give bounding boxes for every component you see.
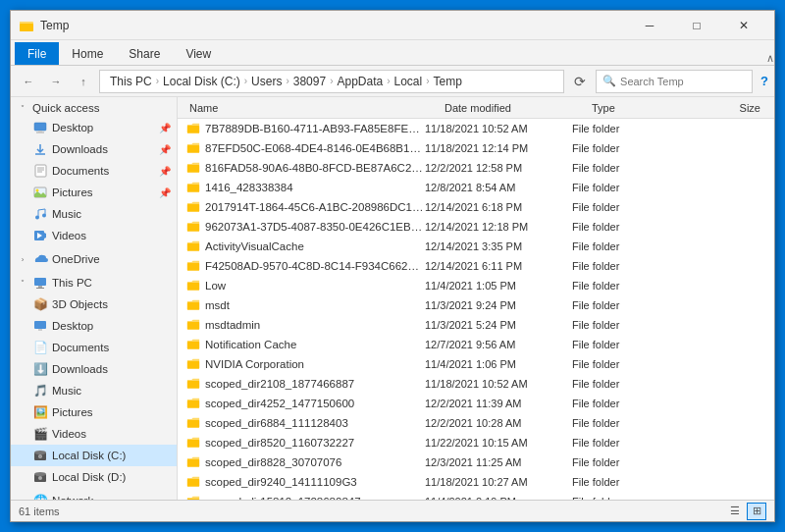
col-date-header[interactable]: Date modified: [441, 100, 588, 116]
table-row[interactable]: ActivityVisualCache 12/14/2021 3:35 PM F…: [178, 237, 774, 256]
sidebar-downloads-pc[interactable]: ⬇️ Downloads: [11, 358, 177, 380]
refresh-button[interactable]: ⟳: [568, 70, 592, 93]
main-area: ˅ Quick access Desktop 📌 Downloads 📌: [11, 97, 774, 500]
table-row[interactable]: 816FAD58-90A6-48B0-8FCD-BE87A6C276... 12…: [178, 158, 774, 178]
table-row[interactable]: scoped_dir4252_1477150600 12/2/2021 11:3…: [178, 394, 774, 413]
file-date-cell: 12/14/2021 6:11 PM: [425, 260, 572, 272]
sidebar-documents-pc[interactable]: 📄 Documents: [11, 337, 177, 358]
table-row[interactable]: scoped_dir8520_1160732227 11/22/2021 10:…: [178, 433, 774, 452]
large-icons-button[interactable]: ⊞: [747, 503, 766, 520]
sidebar-network-header[interactable]: › 🌐 Network: [11, 490, 177, 500]
file-type-cell: File folder: [572, 201, 670, 213]
address-bar: ← → ↑ This PC › Local Disk (C:) › Users …: [11, 66, 774, 97]
search-box[interactable]: 🔍: [596, 70, 753, 93]
table-row[interactable]: msdtadmin 11/3/2021 5:24 PM File folder: [178, 315, 774, 335]
svg-rect-41: [187, 380, 199, 388]
sidebar-item-label: Local Disk (D:): [52, 471, 126, 483]
svg-rect-19: [34, 321, 46, 329]
table-row[interactable]: NVIDIA Corporation 11/4/2021 1:06 PM Fil…: [178, 354, 774, 374]
sidebar-desktop-pc[interactable]: Desktop: [11, 315, 177, 337]
table-row[interactable]: 2017914T-1864-45C6-A1BC-208986DC1837 12/…: [178, 197, 774, 217]
tab-file[interactable]: File: [15, 42, 59, 65]
table-row[interactable]: 962073A1-37D5-4087-8350-0E426C1EB88F 12/…: [178, 217, 774, 237]
file-name-cell: 87EFD50C-E068-4DE4-8146-0E4B68B1098D: [185, 140, 425, 156]
path-temp[interactable]: Temp: [432, 75, 464, 88]
file-date-cell: 12/3/2021 11:25 AM: [425, 456, 572, 468]
close-button[interactable]: ✕: [721, 11, 766, 40]
sidebar-item-label: Desktop: [52, 320, 93, 332]
path-appdata[interactable]: AppData: [335, 75, 385, 88]
file-name-cell: scoped_dir9240_14111109G3: [185, 474, 425, 490]
sidebar-local-c[interactable]: Local Disk (C:): [11, 445, 177, 466]
sidebar-item-documents-qa[interactable]: Documents 📌: [11, 160, 177, 182]
file-date-cell: 11/18/2021 10:27 AM: [425, 476, 572, 488]
svg-rect-42: [187, 399, 199, 407]
table-row[interactable]: Low 11/4/2021 1:05 PM File folder: [178, 276, 774, 295]
minimize-button[interactable]: ─: [627, 11, 672, 40]
table-row[interactable]: 1416_428338384 12/8/2021 8:54 AM File fo…: [178, 178, 774, 197]
sidebar-local-d[interactable]: Local Disk (D:): [11, 466, 177, 488]
address-path[interactable]: This PC › Local Disk (C:) › Users › 3809…: [99, 70, 564, 93]
back-button[interactable]: ←: [17, 70, 40, 93]
file-name-cell: 962073A1-37D5-4087-8350-0E426C1EB88F: [185, 219, 425, 235]
table-row[interactable]: Notification Cache 12/7/2021 9:56 AM Fil…: [178, 335, 774, 354]
table-row[interactable]: 7B7889DB-B160-4711-AB93-FA85E8FE8414 11/…: [178, 119, 774, 138]
svg-rect-4: [36, 133, 44, 133]
svg-point-24: [40, 456, 41, 457]
col-type-header[interactable]: Type: [588, 100, 686, 116]
table-row[interactable]: scoped_dir15812_1728680847 11/4/2021 2:1…: [178, 492, 774, 500]
file-type-cell: File folder: [572, 142, 670, 154]
svg-rect-37: [187, 301, 199, 309]
file-list[interactable]: Name Date modified Type Size 7B7889DB-B1…: [178, 97, 774, 500]
sidebar-quick-access-header[interactable]: ˅ Quick access: [11, 99, 177, 117]
sidebar-item-downloads-qa[interactable]: Downloads 📌: [11, 138, 177, 160]
path-this-pc[interactable]: This PC: [108, 75, 154, 88]
table-row[interactable]: scoped_dir8828_30707076 12/3/2021 11:25 …: [178, 452, 774, 472]
tab-view[interactable]: View: [173, 42, 224, 65]
path-user-id[interactable]: 38097: [291, 75, 328, 88]
table-row[interactable]: F42508AD-9570-4C8D-8C14-F934C6625BE8 12/…: [178, 256, 774, 276]
file-type-icon: [185, 180, 201, 195]
svg-rect-35: [187, 262, 199, 270]
file-type-icon: [185, 396, 201, 411]
file-rows-container: 7B7889DB-B160-4711-AB93-FA85E8FE8414 11/…: [178, 119, 774, 500]
path-users[interactable]: Users: [249, 75, 284, 88]
disk-d-icon: [32, 469, 48, 485]
table-row[interactable]: scoped_dir2108_1877466887 11/18/2021 10:…: [178, 374, 774, 394]
col-name-header[interactable]: Name: [185, 100, 441, 116]
maximize-button[interactable]: □: [674, 11, 719, 40]
ribbon-toggle[interactable]: ∧: [766, 52, 774, 65]
sidebar-item-videos-qa[interactable]: Videos: [11, 225, 177, 246]
path-local[interactable]: Local: [392, 75, 425, 88]
details-view-button[interactable]: ☰: [725, 503, 745, 520]
sidebar-item-pictures-qa[interactable]: Pictures 📌: [11, 182, 177, 203]
sidebar-pictures-pc[interactable]: 🖼️ Pictures: [11, 401, 177, 423]
sidebar-onedrive-header[interactable]: › OneDrive: [11, 248, 177, 270]
tab-share[interactable]: Share: [116, 42, 173, 65]
path-local-c[interactable]: Local Disk (C:): [161, 75, 242, 88]
sidebar-item-music-qa[interactable]: Music: [11, 203, 177, 225]
help-button[interactable]: ?: [760, 74, 768, 88]
file-type-cell: File folder: [572, 437, 670, 449]
search-input[interactable]: [620, 76, 746, 87]
sidebar-3d-objects[interactable]: 📦 3D Objects: [11, 293, 177, 315]
sidebar-this-pc-header[interactable]: ˅ This PC: [11, 272, 177, 293]
table-row[interactable]: scoped_dir6884_111128403 12/2/2021 10:28…: [178, 413, 774, 433]
file-type-icon: [185, 199, 201, 215]
sidebar-section-quick-access: ˅ Quick access Desktop 📌 Downloads 📌: [11, 99, 177, 246]
sidebar-music-pc[interactable]: 🎵 Music: [11, 380, 177, 401]
sidebar-this-pc-label: This PC: [52, 277, 92, 289]
tab-home[interactable]: Home: [59, 42, 116, 65]
table-row[interactable]: scoped_dir9240_14111109G3 11/18/2021 10:…: [178, 472, 774, 492]
sidebar-item-desktop-qa[interactable]: Desktop 📌: [11, 117, 177, 138]
table-row[interactable]: msdt 11/3/2021 9:24 PM File folder: [178, 295, 774, 315]
table-row[interactable]: 87EFD50C-E068-4DE4-8146-0E4B68B1098D 11/…: [178, 138, 774, 158]
forward-button[interactable]: →: [44, 70, 68, 93]
explorer-window: Temp ─ □ ✕ File Home Share View ∧ ← → ↑ …: [10, 10, 775, 522]
sidebar-videos-pc[interactable]: 🎬 Videos: [11, 423, 177, 445]
file-type-icon: [185, 160, 201, 176]
up-button[interactable]: ↑: [72, 70, 95, 93]
col-size-header[interactable]: Size: [686, 100, 764, 116]
quick-access-label: Quick access: [32, 102, 99, 114]
file-date-cell: 11/18/2021 10:52 AM: [425, 378, 572, 390]
